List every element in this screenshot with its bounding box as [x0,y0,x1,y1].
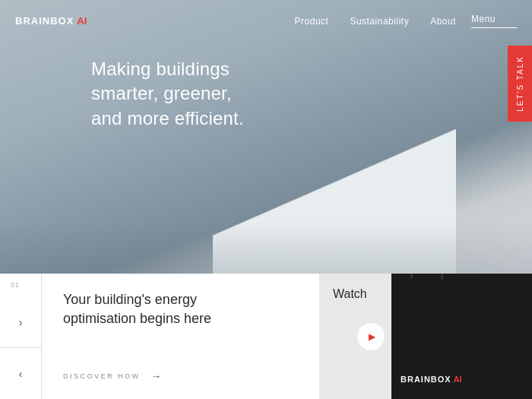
menu-line [471,27,517,28]
nav-item-product[interactable]: Product [295,16,329,27]
nav-arrow-down[interactable]: ‹ [0,348,41,399]
logo-ai: AI [77,15,87,27]
nav-arrow-up[interactable]: › [0,296,41,348]
discover-label: DISCOVER HOW [63,372,141,380]
play-button[interactable]: ▶ [357,323,385,350]
card-title-line1: Your building's energy [63,292,197,307]
left-nav-strip: 01 › ‹ [0,274,42,399]
lets-talk-tab[interactable]: LET'S TALK [508,46,532,122]
main-content: Your building's energy optimisation begi… [42,274,319,399]
antenna-1 [410,274,413,278]
hero-text: Making buildings smarter, greener, and m… [91,57,244,131]
logo-text: BRAINBOX [15,15,74,27]
main-nav: Product Sustainability About [295,16,456,27]
device-logo-ai: AI [454,375,462,384]
device-image: BRAINBOX AI [391,274,532,399]
card-title: Your building's energy optimisation begi… [63,290,253,328]
bottom-section: 01 › ‹ Your building's energy optimisati… [0,274,532,399]
lets-talk-text: LET'S TALK [516,55,524,112]
device-logo: BRAINBOX AI [401,375,523,384]
chevron-left-icon: ‹ [19,368,23,380]
chevron-right-icon: › [19,316,23,328]
hero-headline: Making buildings smarter, greener, and m… [91,57,244,131]
play-icon: ▶ [369,331,375,342]
hero-headline-line1: Making buildings [91,59,230,79]
hero-headline-line2: smarter, greener, [91,83,232,103]
menu-button[interactable]: Menu [471,14,517,28]
hero-overlay [0,220,532,281]
logo[interactable]: BRAINBOX AI [15,15,87,27]
menu-label: Menu [471,14,496,24]
hero-headline-line3: and more efficient. [91,108,244,128]
discover-arrow-icon: → [151,370,162,382]
nav-item-about[interactable]: About [430,16,456,27]
card-title-line2: optimisation begins here [63,311,211,326]
hero-background [0,0,532,281]
watch-panel: Watch ▶ BRAINBOX AI [319,274,532,399]
step-number: 01 [0,274,41,296]
watch-label: Watch [333,287,367,301]
device-logo-text: BRAINBOX [401,375,451,384]
nav-item-sustainability[interactable]: Sustainability [350,16,409,27]
antenna-3 [441,274,443,280]
discover-row[interactable]: DISCOVER HOW → [63,370,298,382]
header: BRAINBOX AI Product Sustainability About… [0,0,532,42]
